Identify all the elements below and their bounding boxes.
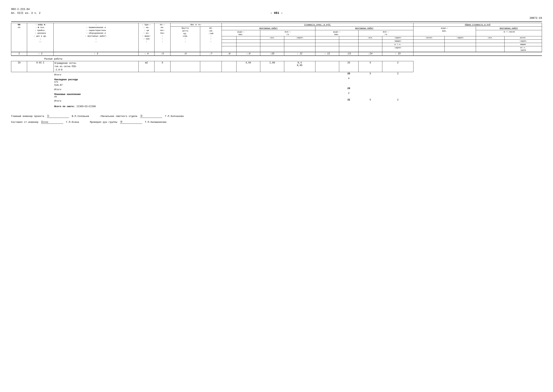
itogo1-row: Итого 25 5 2 bbox=[11, 72, 542, 77]
row-i9-shifr: 8-9I-I bbox=[27, 61, 54, 72]
itogo2-val1: 29 bbox=[339, 87, 359, 92]
row-i9-total2: 5 bbox=[358, 61, 382, 72]
header-montazh2: монтажных работ bbox=[315, 27, 413, 30]
header-obo-rudo2: рудо-:ван. bbox=[315, 30, 358, 36]
header-vse-go1: все-:го bbox=[260, 30, 315, 36]
header-netto: об-:об-:тий::: bbox=[200, 27, 221, 52]
head-dept-signature: ② bbox=[140, 114, 162, 118]
col-num-14: :I4 bbox=[358, 52, 382, 56]
checked-label: Проверил рук.группы bbox=[90, 121, 117, 124]
col-num-8: :8 bbox=[222, 52, 236, 56]
row-i9-cost3: 0,4 0,05 bbox=[284, 61, 315, 72]
col-num-15: : I5 bbox=[382, 52, 414, 56]
header-obshaya-label: Общая стоимость в руб bbox=[465, 24, 491, 26]
nakladnye-label: Накладные расходы 87% bbox=[54, 77, 139, 84]
footer-row1: Главный инженер проекта ① В.П.Соловьев /… bbox=[11, 114, 542, 118]
nakladnye-formula: 5х0,87 bbox=[54, 84, 139, 87]
nakladnye-row: Накладные расходы 87% 4 bbox=[11, 77, 542, 84]
h-r12: экспл. bbox=[504, 36, 542, 40]
header-montazh1-label: монтажных работ bbox=[259, 27, 278, 29]
head-dept-label: /Начальник сметного отдела bbox=[100, 115, 137, 118]
itogo2-row: Итого 29 bbox=[11, 87, 542, 92]
header-ves: Вес в тн: bbox=[170, 23, 222, 27]
header-stoimost: Стоимость един. в руб: bbox=[222, 23, 414, 27]
col-num-2: : 2 bbox=[27, 52, 54, 56]
planovye-label: Плановые накопления 8% bbox=[54, 92, 139, 98]
chief-engineer-label: Главный инженер проекта bbox=[11, 115, 44, 118]
header-obo-rudo1: рудо-:ван. bbox=[222, 30, 260, 36]
itogo3-val3: 2 bbox=[382, 98, 414, 103]
row-i9-empty4 bbox=[315, 61, 339, 72]
col-num-7: :7 bbox=[200, 52, 221, 56]
row-i9-empty3 bbox=[222, 61, 236, 72]
col-num-10: :IO bbox=[260, 52, 284, 56]
row-i9-unit: м2 bbox=[138, 61, 154, 72]
col-num-13: :I3 bbox=[339, 52, 359, 56]
header-obo-rudo: рудо-:ван. bbox=[414, 27, 476, 36]
compiled-label: Составил ст.инженер bbox=[11, 121, 38, 124]
h-r5 bbox=[315, 36, 339, 40]
header-col3: :: Наименование и: характеристика: обору… bbox=[54, 23, 139, 52]
itogo3-label: Итого bbox=[54, 98, 139, 103]
itogo1-val1: 25 bbox=[339, 72, 359, 77]
itogo3-val2: 5 bbox=[358, 98, 382, 103]
row-i9-cost1: 4,94 bbox=[236, 61, 260, 72]
h-r2 bbox=[236, 36, 260, 40]
header-brutto: бруттонеттоед.:изм.:: bbox=[170, 27, 200, 52]
h-r11: :осн. bbox=[476, 36, 504, 40]
checked-name: Т.П.Калашникова bbox=[145, 121, 166, 124]
col-num-12: : I2 bbox=[315, 52, 339, 56]
h-r10: :зарпл: bbox=[445, 36, 476, 40]
col-num-4: : 4 bbox=[138, 52, 154, 56]
footer-row2: Составил ст.инженер Белла Г.П.Есина Пров… bbox=[11, 120, 542, 124]
table-row-i9: I9 8-9I-I Ограждение сетча- тое из сетки… bbox=[11, 61, 542, 72]
col-num-1: I bbox=[11, 52, 27, 56]
doc-ref-line1: 903-I-215.84 bbox=[11, 7, 542, 11]
header-col5: Ко-:ли-чес:тво:::: bbox=[154, 23, 170, 52]
planovye-row: Плановые накопления 8% 2 bbox=[11, 92, 542, 98]
header-col2: : Шифр №: № поз.: прейск.: ценника: цен … bbox=[27, 23, 54, 52]
h-r9: :экспл: bbox=[414, 36, 445, 40]
h-r1 bbox=[222, 36, 236, 40]
row-i9-name: Ограждение сетча- тое из сетки Р20- -2.0… bbox=[54, 61, 139, 72]
header-stoimost-label: Стоимость един. в руб: bbox=[304, 24, 331, 26]
header-montazh1: монтажных работ bbox=[222, 27, 315, 30]
itogo1-val2: 5 bbox=[358, 72, 382, 77]
compiled-name: Г.П.Есина bbox=[66, 121, 79, 124]
nakladnye-val1: 4 bbox=[339, 77, 359, 84]
chief-engineer-name: В.П.Соловьев bbox=[72, 115, 89, 118]
formula-row: 5х0,87 bbox=[11, 84, 542, 87]
row-i9-total1: 25 bbox=[339, 61, 359, 72]
table-header-row1: №№пп : Шифр №: № поз.: прейск.: ценника:… bbox=[11, 23, 542, 27]
col-num-6: :6 bbox=[170, 52, 200, 56]
column-number-row: I : 2 : 3 : 4 :5 :6 :7 :8 ::9 :IO : II :… bbox=[11, 52, 542, 56]
section-label-row: Разные работы bbox=[11, 56, 542, 61]
row-i9-empty2 bbox=[200, 61, 221, 72]
header-vtomchisle1: :в т.числе bbox=[476, 30, 542, 36]
footer-section: Главный инженер проекта ① В.П.Соловьев /… bbox=[11, 114, 542, 124]
header-col1: №№пп bbox=[11, 23, 27, 52]
row-i9-cost2: I,09 bbox=[260, 61, 284, 72]
h-r8: :зарпл: bbox=[382, 36, 414, 40]
header-montazh3: монтажных работ bbox=[476, 27, 542, 30]
header-col4: : Еди-:: ни-: ца: из-: мере:: ния: bbox=[138, 23, 154, 52]
row-i9-qty: 5 bbox=[154, 61, 170, 72]
header-montazh3-label: монтажных работ bbox=[500, 27, 518, 29]
h-r6 bbox=[339, 36, 359, 40]
h-r4: :зарпл: bbox=[284, 36, 315, 40]
row-i9-num: I9 bbox=[11, 61, 27, 72]
col-num-3: : 3 bbox=[54, 52, 139, 56]
vsego-label: Всего по смете: II365+3I=II396 bbox=[54, 103, 139, 109]
page-number: - 461 - bbox=[11, 11, 542, 15]
main-table: №№пп : Шифр №: № поз.: прейск.: ценника:… bbox=[11, 23, 542, 109]
h-r7: :осн. bbox=[358, 36, 382, 40]
col-num-9: ::9 bbox=[236, 52, 260, 56]
planovye-val1: 2 bbox=[339, 92, 359, 98]
itogo3-row: Итого 3I 5 2 bbox=[11, 98, 542, 103]
header-montazh2-label: монтажных работ bbox=[355, 27, 373, 29]
chief-engineer-signature: ① bbox=[47, 114, 69, 118]
itogo1-val3: 2 bbox=[382, 72, 414, 77]
col-num-11: : II bbox=[284, 52, 315, 56]
header-vse-go2: все-:го bbox=[358, 30, 414, 36]
compiled-signature: Белла bbox=[41, 120, 63, 124]
